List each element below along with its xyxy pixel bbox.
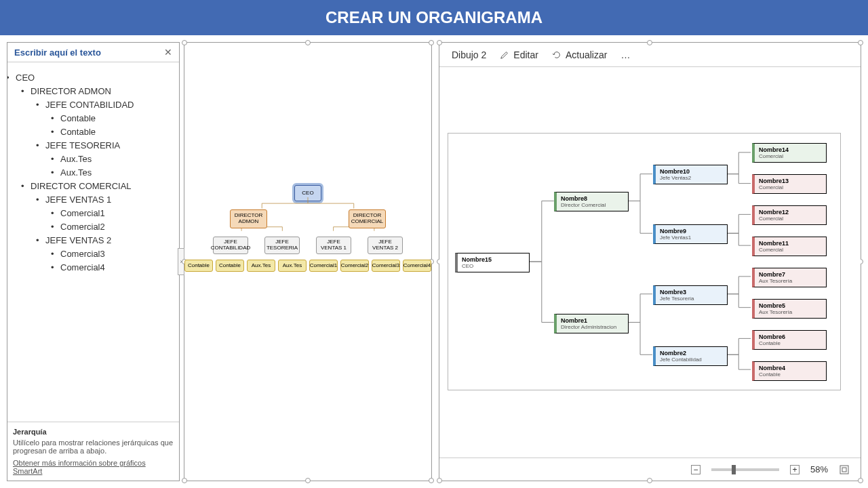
fit-icon[interactable] — [839, 464, 850, 475]
card[interactable]: Nombre2Jefe Contabilidad — [653, 346, 728, 366]
org-node-leaf[interactable]: Comercial4 — [403, 260, 431, 272]
org-node-director[interactable]: DIRECTOR COMERCIAL — [349, 209, 386, 228]
smartart-text-panel: Escribir aquí el texto ✕ CEO DIRECTOR AD… — [7, 42, 180, 481]
resize-handle[interactable] — [437, 40, 442, 45]
org-node-leaf[interactable]: Contable — [216, 260, 244, 272]
org-node-leaf[interactable]: Comercial2 — [340, 260, 369, 272]
outline-item[interactable]: JEFE TESORERIA — [45, 140, 120, 150]
org-node-leaf[interactable]: Aux.Tes — [278, 260, 307, 272]
resize-handle[interactable] — [429, 478, 434, 483]
org-node-leaf[interactable]: Comercial1 — [309, 260, 338, 272]
outline-item[interactable]: Contable — [60, 113, 96, 123]
outline-item[interactable]: Comercial4 — [60, 262, 105, 272]
resize-handle[interactable] — [305, 478, 311, 483]
org-node-jefe[interactable]: JEFE TESORERIA — [264, 237, 300, 254]
org-node-leaf[interactable]: Contable — [184, 260, 213, 272]
outline-item[interactable]: CEO — [16, 73, 35, 83]
org-node-director[interactable]: DIRECTOR ADMON — [230, 209, 267, 228]
text-panel-header: Escribir aquí el texto ✕ — [7, 43, 179, 62]
outline-item[interactable]: Contable — [60, 127, 96, 137]
more-button[interactable]: … — [620, 49, 630, 60]
card[interactable]: Nombre10Jefe Ventas2 — [653, 165, 728, 184]
hint-link[interactable]: Obtener más información sobre gráficos S… — [13, 459, 174, 475]
card[interactable]: Nombre7Aux Tesorería — [752, 268, 827, 287]
org-node-ceo[interactable]: CEO — [294, 185, 321, 201]
draw-area[interactable]: Nombre15CEO Nombre8Director Comercial No… — [439, 67, 861, 456]
card[interactable]: Nombre12Comercial — [752, 205, 827, 225]
hint-panel: Jerarquía Utilícelo para mostrar relacio… — [7, 422, 179, 481]
card[interactable]: Nombre8Director Comercial — [554, 192, 629, 211]
zoom-slider[interactable] — [711, 468, 779, 471]
org-node-jefe[interactable]: JEFE VENTAS 2 — [368, 237, 403, 254]
zoom-out-button[interactable]: − — [691, 465, 701, 474]
card[interactable]: Nombre13Comercial — [752, 174, 827, 194]
pencil-icon — [500, 50, 509, 60]
svg-rect-13 — [842, 468, 846, 472]
org-node-leaf[interactable]: Comercial3 — [372, 260, 400, 272]
svg-rect-12 — [840, 466, 848, 474]
card[interactable]: Nombre6Contable — [752, 330, 827, 350]
outline-item[interactable]: Comercial2 — [60, 222, 105, 232]
outline-item[interactable]: Comercial3 — [60, 249, 105, 259]
card[interactable]: Nombre1Director Administracion — [554, 314, 629, 333]
outline-item[interactable]: JEFE VENTAS 2 — [45, 235, 111, 245]
outline-item[interactable]: JEFE CONTABILIDAD — [45, 100, 134, 110]
org-chart-2: Nombre15CEO Nombre8Director Comercial No… — [448, 133, 841, 390]
card[interactable]: Nombre11Comercial — [752, 237, 827, 256]
refresh-button[interactable]: Actualizar — [552, 49, 607, 60]
card[interactable]: Nombre3Jefe Tesorería — [653, 285, 728, 305]
pane-right: Dibujo 2 Editar Actualizar … — [439, 42, 861, 481]
page-header: CREAR UN ORGANIGRAMA — [0, 0, 868, 35]
outline-item[interactable]: Comercial1 — [60, 208, 105, 218]
outline-tree[interactable]: CEO DIRECTOR ADMON JEFE CONTABILIDAD Con… — [7, 62, 179, 422]
outline-item[interactable]: DIRECTOR COMERCIAL — [31, 181, 132, 191]
resize-handle[interactable] — [858, 40, 863, 45]
hint-body: Utilícelo para mostrar relaciones jerárq… — [13, 439, 174, 455]
outline-item[interactable]: Aux.Tes — [60, 154, 92, 164]
pane-left: Escribir aquí el texto ✕ CEO DIRECTOR AD… — [7, 42, 432, 481]
smartart-canvas[interactable]: › — [184, 42, 432, 481]
outline-item[interactable]: DIRECTOR ADMON — [31, 86, 111, 96]
resize-handle[interactable] — [182, 478, 187, 483]
org-chart: CEO DIRECTOR ADMON DIRECTOR COMERCIAL JE… — [184, 185, 431, 272]
card[interactable]: Nombre15CEO — [455, 253, 530, 272]
close-icon[interactable]: ✕ — [164, 47, 172, 58]
outline-item[interactable]: JEFE VENTAS 1 — [45, 195, 111, 205]
resize-handle[interactable] — [429, 40, 434, 45]
zoom-in-button[interactable]: + — [790, 465, 800, 474]
zoom-bar: − + 58% — [439, 458, 861, 481]
edit-button[interactable]: Editar — [500, 49, 538, 60]
org-node-jefe[interactable]: JEFE VENTAS 1 — [316, 237, 351, 254]
card[interactable]: Nombre9Jefe Ventas1 — [653, 224, 728, 244]
card[interactable]: Nombre5Aux Tesorería — [752, 299, 827, 319]
card[interactable]: Nombre4Contable — [752, 361, 827, 381]
text-panel-title: Escribir aquí el texto — [14, 47, 101, 58]
drawing-title: Dibujo 2 — [452, 49, 486, 60]
page-title: CREAR UN ORGANIGRAMA — [326, 8, 542, 27]
org-node-jefe[interactable]: JEFE CONTABILIDAD — [213, 237, 248, 254]
org-node-leaf[interactable]: Aux.Tes — [247, 260, 275, 272]
resize-handle[interactable] — [305, 40, 311, 45]
refresh-icon — [552, 50, 561, 60]
content: Escribir aquí el texto ✕ CEO DIRECTOR AD… — [0, 35, 868, 488]
card[interactable]: Nombre14Comercial — [752, 143, 827, 163]
resize-handle[interactable] — [182, 40, 187, 45]
zoom-value: 58% — [810, 464, 828, 474]
drawing-toolbar: Dibujo 2 Editar Actualizar … — [439, 43, 861, 67]
outline-item[interactable]: Aux.Tes — [60, 167, 92, 178]
hint-title: Jerarquía — [13, 428, 174, 436]
